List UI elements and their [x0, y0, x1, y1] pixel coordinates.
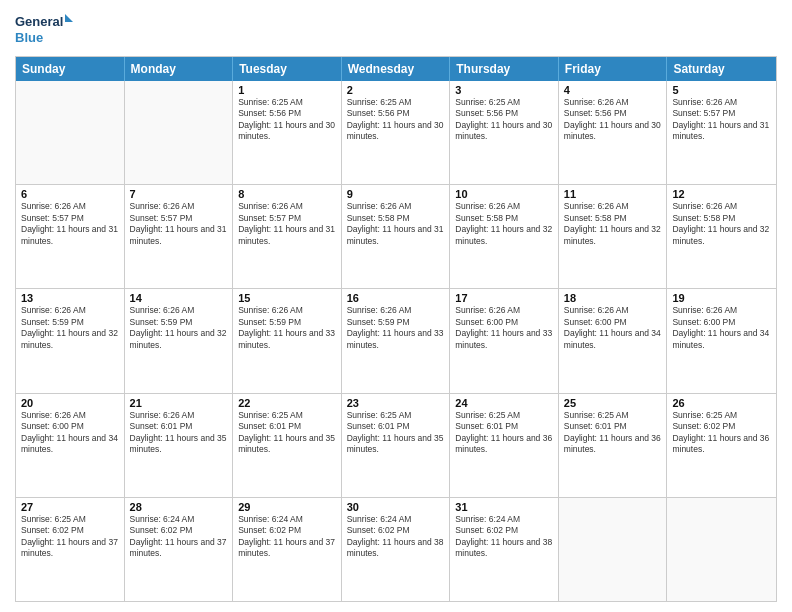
- logo-svg: General Blue: [15, 10, 75, 50]
- day-info: Sunrise: 6:26 AM Sunset: 6:00 PM Dayligh…: [564, 305, 662, 351]
- day-info: Sunrise: 6:25 AM Sunset: 6:01 PM Dayligh…: [238, 410, 336, 456]
- day-cell-14: 14Sunrise: 6:26 AM Sunset: 5:59 PM Dayli…: [125, 289, 234, 392]
- day-cell-9: 9Sunrise: 6:26 AM Sunset: 5:58 PM Daylig…: [342, 185, 451, 288]
- day-info: Sunrise: 6:26 AM Sunset: 5:57 PM Dayligh…: [130, 201, 228, 247]
- day-header-tuesday: Tuesday: [233, 57, 342, 81]
- day-info: Sunrise: 6:26 AM Sunset: 6:00 PM Dayligh…: [455, 305, 553, 351]
- day-cell-29: 29Sunrise: 6:24 AM Sunset: 6:02 PM Dayli…: [233, 498, 342, 601]
- day-info: Sunrise: 6:26 AM Sunset: 5:59 PM Dayligh…: [130, 305, 228, 351]
- empty-cell: [559, 498, 668, 601]
- day-info: Sunrise: 6:26 AM Sunset: 5:58 PM Dayligh…: [564, 201, 662, 247]
- day-number: 14: [130, 292, 228, 304]
- day-cell-12: 12Sunrise: 6:26 AM Sunset: 5:58 PM Dayli…: [667, 185, 776, 288]
- day-number: 9: [347, 188, 445, 200]
- day-cell-27: 27Sunrise: 6:25 AM Sunset: 6:02 PM Dayli…: [16, 498, 125, 601]
- day-info: Sunrise: 6:26 AM Sunset: 5:56 PM Dayligh…: [564, 97, 662, 143]
- day-info: Sunrise: 6:26 AM Sunset: 5:59 PM Dayligh…: [238, 305, 336, 351]
- day-cell-2: 2Sunrise: 6:25 AM Sunset: 5:56 PM Daylig…: [342, 81, 451, 184]
- day-cell-15: 15Sunrise: 6:26 AM Sunset: 5:59 PM Dayli…: [233, 289, 342, 392]
- day-cell-16: 16Sunrise: 6:26 AM Sunset: 5:59 PM Dayli…: [342, 289, 451, 392]
- day-cell-3: 3Sunrise: 6:25 AM Sunset: 5:56 PM Daylig…: [450, 81, 559, 184]
- day-number: 24: [455, 397, 553, 409]
- day-info: Sunrise: 6:26 AM Sunset: 5:57 PM Dayligh…: [21, 201, 119, 247]
- day-info: Sunrise: 6:24 AM Sunset: 6:02 PM Dayligh…: [238, 514, 336, 560]
- day-cell-20: 20Sunrise: 6:26 AM Sunset: 6:00 PM Dayli…: [16, 394, 125, 497]
- day-info: Sunrise: 6:25 AM Sunset: 6:01 PM Dayligh…: [564, 410, 662, 456]
- calendar-row-4: 20Sunrise: 6:26 AM Sunset: 6:00 PM Dayli…: [16, 393, 776, 497]
- day-header-friday: Friday: [559, 57, 668, 81]
- day-cell-24: 24Sunrise: 6:25 AM Sunset: 6:01 PM Dayli…: [450, 394, 559, 497]
- calendar-header: SundayMondayTuesdayWednesdayThursdayFrid…: [16, 57, 776, 81]
- day-cell-7: 7Sunrise: 6:26 AM Sunset: 5:57 PM Daylig…: [125, 185, 234, 288]
- day-number: 10: [455, 188, 553, 200]
- day-number: 25: [564, 397, 662, 409]
- day-cell-6: 6Sunrise: 6:26 AM Sunset: 5:57 PM Daylig…: [16, 185, 125, 288]
- day-number: 20: [21, 397, 119, 409]
- day-number: 21: [130, 397, 228, 409]
- calendar-row-1: 1Sunrise: 6:25 AM Sunset: 5:56 PM Daylig…: [16, 81, 776, 184]
- day-cell-13: 13Sunrise: 6:26 AM Sunset: 5:59 PM Dayli…: [16, 289, 125, 392]
- day-number: 6: [21, 188, 119, 200]
- day-cell-4: 4Sunrise: 6:26 AM Sunset: 5:56 PM Daylig…: [559, 81, 668, 184]
- day-header-monday: Monday: [125, 57, 234, 81]
- day-number: 30: [347, 501, 445, 513]
- day-cell-21: 21Sunrise: 6:26 AM Sunset: 6:01 PM Dayli…: [125, 394, 234, 497]
- svg-text:Blue: Blue: [15, 30, 43, 45]
- day-number: 13: [21, 292, 119, 304]
- page-header: General Blue: [15, 10, 777, 50]
- day-number: 26: [672, 397, 771, 409]
- day-header-thursday: Thursday: [450, 57, 559, 81]
- day-info: Sunrise: 6:26 AM Sunset: 5:57 PM Dayligh…: [238, 201, 336, 247]
- day-number: 29: [238, 501, 336, 513]
- day-number: 5: [672, 84, 771, 96]
- calendar-body: 1Sunrise: 6:25 AM Sunset: 5:56 PM Daylig…: [16, 81, 776, 601]
- day-number: 16: [347, 292, 445, 304]
- calendar-row-5: 27Sunrise: 6:25 AM Sunset: 6:02 PM Dayli…: [16, 497, 776, 601]
- day-cell-31: 31Sunrise: 6:24 AM Sunset: 6:02 PM Dayli…: [450, 498, 559, 601]
- day-info: Sunrise: 6:25 AM Sunset: 5:56 PM Dayligh…: [455, 97, 553, 143]
- day-number: 19: [672, 292, 771, 304]
- day-cell-11: 11Sunrise: 6:26 AM Sunset: 5:58 PM Dayli…: [559, 185, 668, 288]
- day-info: Sunrise: 6:24 AM Sunset: 6:02 PM Dayligh…: [347, 514, 445, 560]
- day-info: Sunrise: 6:26 AM Sunset: 6:01 PM Dayligh…: [130, 410, 228, 456]
- logo: General Blue: [15, 10, 75, 50]
- day-info: Sunrise: 6:26 AM Sunset: 6:00 PM Dayligh…: [672, 305, 771, 351]
- day-number: 2: [347, 84, 445, 96]
- day-info: Sunrise: 6:26 AM Sunset: 5:59 PM Dayligh…: [21, 305, 119, 351]
- day-number: 12: [672, 188, 771, 200]
- day-number: 11: [564, 188, 662, 200]
- day-info: Sunrise: 6:25 AM Sunset: 6:01 PM Dayligh…: [347, 410, 445, 456]
- day-number: 17: [455, 292, 553, 304]
- day-number: 22: [238, 397, 336, 409]
- day-number: 3: [455, 84, 553, 96]
- svg-text:General: General: [15, 14, 63, 29]
- day-header-saturday: Saturday: [667, 57, 776, 81]
- day-cell-17: 17Sunrise: 6:26 AM Sunset: 6:00 PM Dayli…: [450, 289, 559, 392]
- day-cell-26: 26Sunrise: 6:25 AM Sunset: 6:02 PM Dayli…: [667, 394, 776, 497]
- day-info: Sunrise: 6:26 AM Sunset: 5:58 PM Dayligh…: [672, 201, 771, 247]
- empty-cell: [667, 498, 776, 601]
- day-number: 7: [130, 188, 228, 200]
- day-number: 4: [564, 84, 662, 96]
- calendar-row-2: 6Sunrise: 6:26 AM Sunset: 5:57 PM Daylig…: [16, 184, 776, 288]
- day-info: Sunrise: 6:26 AM Sunset: 5:59 PM Dayligh…: [347, 305, 445, 351]
- day-cell-8: 8Sunrise: 6:26 AM Sunset: 5:57 PM Daylig…: [233, 185, 342, 288]
- day-info: Sunrise: 6:25 AM Sunset: 6:02 PM Dayligh…: [672, 410, 771, 456]
- day-info: Sunrise: 6:25 AM Sunset: 5:56 PM Dayligh…: [238, 97, 336, 143]
- day-number: 23: [347, 397, 445, 409]
- day-cell-1: 1Sunrise: 6:25 AM Sunset: 5:56 PM Daylig…: [233, 81, 342, 184]
- day-cell-19: 19Sunrise: 6:26 AM Sunset: 6:00 PM Dayli…: [667, 289, 776, 392]
- calendar: SundayMondayTuesdayWednesdayThursdayFrid…: [15, 56, 777, 602]
- day-number: 1: [238, 84, 336, 96]
- day-info: Sunrise: 6:26 AM Sunset: 5:57 PM Dayligh…: [672, 97, 771, 143]
- day-cell-18: 18Sunrise: 6:26 AM Sunset: 6:00 PM Dayli…: [559, 289, 668, 392]
- svg-marker-2: [65, 14, 73, 22]
- day-cell-5: 5Sunrise: 6:26 AM Sunset: 5:57 PM Daylig…: [667, 81, 776, 184]
- day-cell-25: 25Sunrise: 6:25 AM Sunset: 6:01 PM Dayli…: [559, 394, 668, 497]
- day-info: Sunrise: 6:26 AM Sunset: 6:00 PM Dayligh…: [21, 410, 119, 456]
- day-cell-23: 23Sunrise: 6:25 AM Sunset: 6:01 PM Dayli…: [342, 394, 451, 497]
- day-info: Sunrise: 6:26 AM Sunset: 5:58 PM Dayligh…: [455, 201, 553, 247]
- day-info: Sunrise: 6:24 AM Sunset: 6:02 PM Dayligh…: [455, 514, 553, 560]
- day-cell-28: 28Sunrise: 6:24 AM Sunset: 6:02 PM Dayli…: [125, 498, 234, 601]
- day-cell-10: 10Sunrise: 6:26 AM Sunset: 5:58 PM Dayli…: [450, 185, 559, 288]
